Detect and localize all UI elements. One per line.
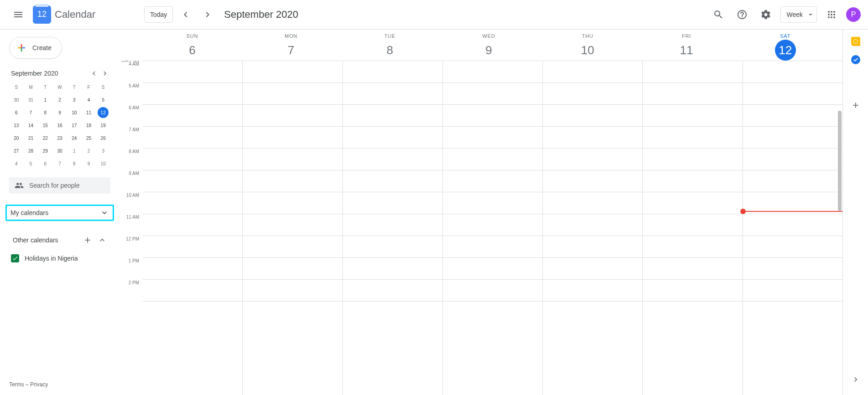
hour-label: 12 PM — [126, 236, 139, 241]
mini-day-cell[interactable]: 20 — [9, 132, 24, 144]
mini-day-cell[interactable]: 2 — [52, 93, 67, 106]
my-calendars-label: My calendars — [10, 209, 48, 216]
mini-day-cell[interactable]: 19 — [96, 119, 110, 132]
mini-day-cell[interactable]: 16 — [52, 119, 67, 132]
mini-day-cell[interactable]: 3 — [96, 144, 110, 157]
create-button[interactable]: Create — [9, 37, 62, 59]
mini-day-cell[interactable]: 15 — [38, 119, 52, 132]
mini-day-cell[interactable]: 23 — [52, 132, 67, 144]
day-header[interactable]: SAT12 — [736, 30, 835, 61]
plus-icon[interactable] — [83, 236, 92, 245]
mini-day-cell[interactable]: 8 — [38, 106, 52, 119]
privacy-link[interactable]: Privacy — [30, 381, 48, 388]
day-header[interactable]: THU10 — [538, 30, 637, 61]
mini-day-cell[interactable]: 7 — [24, 106, 38, 119]
day-number: 7 — [281, 40, 301, 61]
day-column[interactable] — [343, 61, 442, 395]
mini-day-cell[interactable]: 28 — [24, 144, 38, 157]
app-logo[interactable]: 12 Calendar — [31, 5, 95, 24]
hide-side-panel-button[interactable] — [847, 371, 864, 388]
mini-day-cell[interactable]: 6 — [38, 157, 52, 170]
mini-day-cell[interactable]: 3 — [67, 93, 82, 106]
mini-day-cell[interactable]: 2 — [82, 144, 96, 157]
mini-day-cell[interactable]: 14 — [24, 119, 38, 132]
other-calendars-label: Other calendars — [13, 236, 58, 244]
settings-button[interactable] — [757, 5, 775, 24]
search-people-input[interactable]: Search for people — [9, 177, 110, 194]
scrollbar-thumb[interactable] — [838, 111, 842, 211]
mini-day-cell[interactable]: 24 — [67, 132, 82, 144]
mini-day-cell[interactable]: 18 — [82, 119, 96, 132]
search-button[interactable] — [709, 5, 728, 24]
day-column[interactable] — [542, 61, 642, 395]
prev-period-button[interactable] — [178, 7, 193, 22]
terms-link[interactable]: Terms — [9, 381, 24, 388]
day-column[interactable] — [242, 61, 342, 395]
mini-dow-label: F — [82, 81, 96, 93]
day-header[interactable]: FRI11 — [637, 30, 736, 61]
mini-day-cell[interactable]: 11 — [82, 106, 96, 119]
mini-day-cell[interactable]: 6 — [9, 106, 24, 119]
mini-day-cell[interactable]: 31 — [24, 93, 38, 106]
calendar-list-item[interactable]: Holidays in Nigeria — [9, 251, 110, 266]
mini-day-cell[interactable]: 12 — [96, 106, 110, 119]
mini-day-cell[interactable]: 10 — [67, 106, 82, 119]
now-indicator — [743, 211, 842, 212]
main-menu-button[interactable] — [7, 4, 29, 26]
mini-day-cell[interactable]: 27 — [9, 144, 24, 157]
day-header[interactable]: MON7 — [242, 30, 341, 61]
mini-day-cell[interactable]: 17 — [67, 119, 82, 132]
mini-day-cell[interactable]: 4 — [82, 93, 96, 106]
get-addons-button[interactable] — [851, 101, 860, 110]
view-selector[interactable]: Week — [780, 6, 817, 23]
other-calendars-toggle[interactable]: Other calendars — [9, 232, 110, 248]
mini-next-button[interactable] — [99, 68, 110, 79]
today-button[interactable]: Today — [144, 6, 173, 23]
mini-day-cell[interactable]: 26 — [96, 132, 110, 144]
mini-day-cell[interactable]: 22 — [38, 132, 52, 144]
mini-day-cell[interactable]: 7 — [52, 157, 67, 170]
next-period-button[interactable] — [200, 7, 215, 22]
day-number: 10 — [577, 40, 598, 61]
mini-day-cell[interactable]: 1 — [67, 144, 82, 157]
mini-prev-button[interactable] — [88, 68, 99, 79]
day-column[interactable] — [143, 61, 242, 395]
mini-day-cell[interactable]: 1 — [38, 93, 52, 106]
mini-day-cell[interactable]: 9 — [82, 157, 96, 170]
mini-day-cell[interactable]: 9 — [52, 106, 67, 119]
mini-day-cell[interactable]: 10 — [96, 157, 110, 170]
mini-dow-label: W — [52, 81, 67, 93]
chevron-right-icon — [202, 9, 213, 20]
hour-label: 1 PM — [129, 258, 139, 263]
check-icon — [853, 57, 858, 62]
mini-day-cell[interactable]: 8 — [67, 157, 82, 170]
day-column[interactable] — [743, 61, 842, 395]
mini-day-cell[interactable]: 25 — [82, 132, 96, 144]
calendar-checkbox[interactable] — [11, 254, 19, 262]
plus-icon — [851, 101, 860, 110]
plus-multicolor-icon — [16, 42, 27, 53]
day-header[interactable]: SUN6 — [143, 30, 242, 61]
support-button[interactable] — [733, 5, 751, 24]
hour-label: 8 AM — [129, 149, 139, 154]
mini-day-cell[interactable]: 5 — [24, 157, 38, 170]
my-calendars-toggle[interactable]: My calendars — [5, 205, 114, 221]
day-header[interactable]: WED9 — [439, 30, 538, 61]
mini-day-cell[interactable]: 30 — [9, 93, 24, 106]
mini-day-cell[interactable]: 21 — [24, 132, 38, 144]
tasks-addon-button[interactable] — [851, 55, 860, 64]
day-header[interactable]: TUE8 — [340, 30, 439, 61]
keep-addon-button[interactable] — [851, 37, 860, 46]
mini-dow-label: T — [38, 81, 52, 93]
mini-day-cell[interactable]: 5 — [96, 93, 110, 106]
mini-day-cell[interactable]: 30 — [52, 144, 67, 157]
day-column[interactable] — [642, 61, 742, 395]
calendar-grid[interactable]: GMT+01 4 AM5 AM6 AM7 AM8 AM9 AM10 AM11 A… — [117, 61, 842, 395]
day-number: 8 — [379, 40, 400, 61]
mini-day-cell[interactable]: 29 — [38, 144, 52, 157]
account-avatar[interactable]: P — [846, 7, 861, 22]
google-apps-button[interactable] — [822, 5, 841, 24]
day-column[interactable] — [442, 61, 542, 395]
mini-day-cell[interactable]: 13 — [9, 119, 24, 132]
mini-day-cell[interactable]: 4 — [9, 157, 24, 170]
